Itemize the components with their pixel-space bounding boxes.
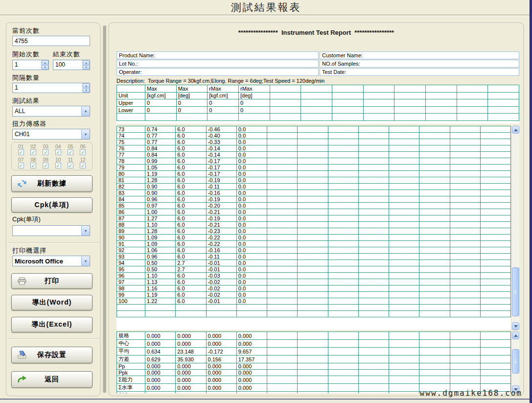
value-cell	[394, 106, 426, 114]
scroll-thumb[interactable]	[512, 349, 519, 374]
channel-checkbox[interactable]: ✓	[18, 149, 24, 155]
value-cell: 1.28	[145, 228, 176, 235]
cpk-button[interactable]: Cpk(单項)	[11, 197, 93, 213]
value-cell	[389, 310, 419, 317]
save-settings-button[interactable]: 保存設置	[11, 347, 93, 363]
refresh-data-button[interactable]: 刷新數據	[11, 175, 93, 192]
value-cell: 6.0	[176, 298, 206, 305]
table-row: 930.966.0-0.110.0	[117, 254, 511, 260]
row-header-cell: 96	[117, 273, 145, 279]
spin-up-icon[interactable]: ▴	[42, 60, 48, 65]
spin-up-icon[interactable]: ▴	[83, 60, 90, 65]
scroll-up-button[interactable]	[512, 332, 519, 339]
channel-checkbox[interactable]: ✓	[43, 163, 48, 168]
value-cell: 6.0	[176, 241, 206, 247]
printer-select[interactable]: Microsoft Office ▾	[12, 256, 90, 266]
print-button[interactable]: 打印	[11, 273, 93, 289]
value-cell	[267, 254, 298, 260]
channel-checkbox[interactable]: ✓	[80, 149, 86, 155]
stats-grid-scrollbar[interactable]	[511, 332, 519, 393]
value-cell	[450, 266, 480, 273]
value-cell: 6.0	[176, 126, 206, 133]
value-cell	[328, 254, 358, 260]
value-cell: 6.0	[176, 215, 206, 222]
row-header-cell	[117, 310, 145, 317]
cpk-select[interactable]: ▾	[12, 225, 90, 236]
value-cell: X	[176, 392, 206, 394]
value-cell: 0.0	[236, 184, 267, 190]
value-cell: 0.000	[236, 363, 267, 370]
value-cell: 0.000	[145, 370, 176, 376]
value-cell	[389, 145, 419, 152]
value-cell: -0.11	[206, 184, 236, 190]
value-cell	[267, 235, 298, 241]
scroll-up-button[interactable]	[512, 126, 519, 134]
value-cell	[419, 203, 450, 209]
value-cell: 1.10	[145, 222, 176, 228]
export-word-button[interactable]: 導出(Word)	[11, 295, 93, 310]
operator-field: Operater:	[116, 68, 319, 76]
back-button-label: 返回	[45, 375, 59, 384]
end-count-stepper[interactable]: 100 ▴ ▾	[53, 60, 90, 70]
table-row: 901.096.0-0.220.0	[117, 235, 511, 241]
spin-down-icon[interactable]: ▾	[42, 65, 48, 70]
test-result-select[interactable]: ALL ▾	[12, 106, 90, 117]
cpk-select-value	[13, 226, 81, 236]
value-cell	[301, 114, 332, 121]
table-row: Pp0.0000.0000.0000.000	[117, 363, 511, 370]
scroll-down-button[interactable]	[512, 322, 519, 330]
value-cell	[328, 171, 358, 177]
value-cell: 0.000	[176, 370, 206, 376]
chevron-down-icon[interactable]: ▾	[81, 106, 90, 116]
value-cell	[457, 99, 488, 107]
channel-checkbox[interactable]: ✓	[55, 163, 61, 168]
channel-checkbox[interactable]: ✓	[68, 163, 73, 168]
value-cell: 0.0	[236, 266, 267, 273]
export-excel-button[interactable]: 導出(Excel)	[11, 317, 93, 332]
table-row: Σ能力0.0000.0000.0000.000	[117, 376, 511, 384]
channel-checkbox[interactable]: ✓	[55, 149, 61, 155]
scroll-thumb[interactable]	[512, 267, 519, 316]
value-cell: 9.657	[236, 348, 267, 356]
chevron-down-icon[interactable]: ▾	[81, 226, 90, 236]
back-button[interactable]: 返回	[11, 371, 93, 388]
spin-up-icon[interactable]: ▴	[83, 83, 90, 88]
value-cell	[328, 177, 358, 184]
value-cell	[480, 285, 510, 292]
table-row: 911.096.0-0.220.0	[117, 241, 511, 247]
channel-checkbox[interactable]: ✓	[68, 149, 73, 155]
current-count-input[interactable]	[12, 36, 90, 46]
value-cell	[419, 133, 450, 139]
torque-sensor-select[interactable]: CH01 ▾	[12, 129, 90, 140]
channel-checkbox[interactable]: ✓	[30, 163, 36, 168]
value-cell	[389, 241, 419, 247]
channel-checkbox[interactable]: ✓	[18, 163, 24, 168]
value-cell	[267, 392, 298, 394]
value-cell	[298, 266, 328, 273]
value-cell: 0.000	[206, 376, 236, 384]
channel-cell: 05✓	[64, 144, 76, 157]
value-cell: 17.357	[236, 356, 267, 363]
value-cell	[358, 139, 389, 145]
start-count-stepper[interactable]: 1 ▴ ▾	[12, 60, 49, 70]
panel-splitter[interactable]	[103, 25, 106, 393]
table-row	[117, 114, 519, 121]
channel-checkbox[interactable]: ✓	[80, 163, 86, 168]
value-cell	[298, 340, 328, 348]
chevron-down-icon[interactable]: ▾	[81, 256, 90, 266]
data-grid-scrollbar[interactable]	[511, 126, 519, 330]
value-cell	[328, 158, 358, 165]
channel-checkbox[interactable]: ✓	[30, 149, 36, 155]
row-header-cell: 97	[117, 279, 145, 285]
value-cell: 0	[238, 99, 270, 107]
chevron-down-icon[interactable]: ▾	[81, 129, 90, 139]
interval-stepper[interactable]: 1 ▴ ▾	[12, 83, 90, 93]
value-cell	[358, 126, 389, 133]
table-row: 961.106.0-0.030.0	[117, 273, 511, 279]
table-row: 950.502.7-0.010.0	[117, 266, 511, 273]
spin-down-icon[interactable]: ▾	[83, 88, 90, 93]
spin-down-icon[interactable]: ▾	[83, 65, 90, 70]
value-cell	[328, 184, 358, 190]
channel-checkbox[interactable]: ✓	[43, 149, 48, 155]
printer-icon	[17, 277, 27, 285]
